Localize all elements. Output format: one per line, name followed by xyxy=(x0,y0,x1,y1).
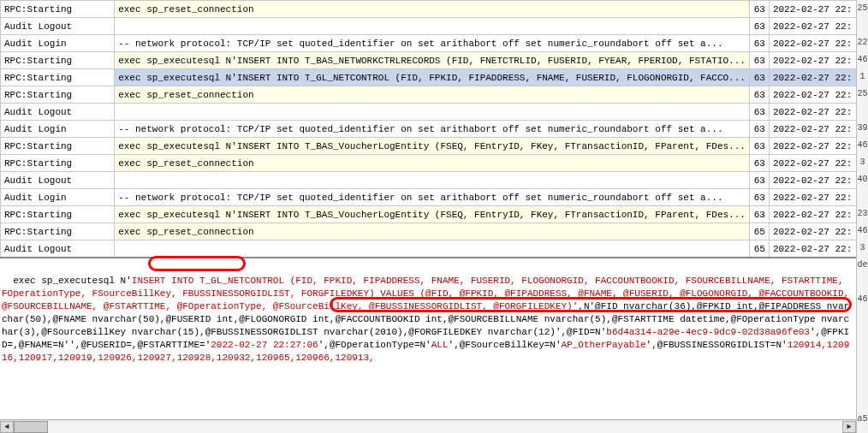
cell-time: 2022-02-27 22: xyxy=(769,18,859,35)
cell-event: Audit Login xyxy=(1,189,115,206)
cell-text: exec sp_executesql N'INSERT INTO T_BAS_N… xyxy=(115,52,750,69)
cell-time: 2022-02-27 22: xyxy=(769,104,859,121)
gutter-fragment: 25 xyxy=(857,0,868,17)
cell-cpu: 63 xyxy=(749,18,769,35)
cell-text: -- network protocol: TCP/IP set quoted_i… xyxy=(115,189,750,206)
table-row[interactable]: RPC:Startingexec sp_executesql N'INSERT … xyxy=(1,138,868,155)
detail-text: exec sp_executesql N' xyxy=(13,276,132,286)
cell-text: exec sp_executesql N'INSERT INTO T_BAS_V… xyxy=(115,138,750,155)
gutter-fragment: 39 xyxy=(857,120,868,137)
cell-event: RPC:Starting xyxy=(1,138,115,155)
cell-cpu: 65 xyxy=(749,223,769,240)
cell-event: RPC:Starting xyxy=(1,1,115,18)
cell-text: exec sp_reset_connection xyxy=(115,155,750,172)
cell-text xyxy=(115,18,750,35)
cell-time: 2022-02-27 22: xyxy=(769,138,859,155)
cell-event: Audit Logout xyxy=(1,172,115,189)
table-row[interactable]: RPC:Startingexec sp_reset_connection6320… xyxy=(1,86,868,104)
gutter-fragment xyxy=(857,188,868,205)
gutter-fragment xyxy=(857,377,868,394)
gutter-fragment xyxy=(857,325,868,342)
gutter-fragment: 46 xyxy=(857,137,868,154)
gutter-fragment: 40 xyxy=(857,171,868,188)
table-row[interactable]: Audit Logout632022-02-27 22: xyxy=(1,18,868,35)
detail-text: ',@FBUSSINESSORGIDLIST=N' xyxy=(646,340,788,350)
cell-time: 2022-02-27 22: xyxy=(769,52,859,69)
cell-cpu: 63 xyxy=(749,69,769,86)
gutter-fragment: 46 xyxy=(857,291,868,308)
detail-text: ',@FUSERID= xyxy=(69,340,132,350)
sql-detail-pane[interactable]: exec sp_executesql N'INSERT INTO T_GL_NE… xyxy=(0,257,856,407)
detail-text: b6d4a314-a29e-4ec9-9dc9-02d38a96fe03 xyxy=(606,327,810,337)
cell-text: -- network protocol: TCP/IP set quoted_i… xyxy=(115,121,750,138)
cell-event: Audit Login xyxy=(1,35,115,52)
cell-time: 2022-02-27 22: xyxy=(769,121,859,138)
table-row[interactable]: Audit Logout632022-02-27 22: xyxy=(1,172,868,189)
cell-event: RPC:Starting xyxy=(1,52,115,69)
cell-time: 2022-02-27 22: xyxy=(769,206,859,223)
table-row[interactable]: Audit Login-- network protocol: TCP/IP s… xyxy=(1,121,868,138)
detail-text: 2022-02-27 22:27:06 xyxy=(211,340,318,350)
gutter-fragment xyxy=(857,17,868,34)
cell-text xyxy=(115,172,750,189)
table-row[interactable]: Audit Login-- network protocol: TCP/IP s… xyxy=(1,35,868,52)
table-row[interactable]: RPC:Startingexec sp_executesql N'INSERT … xyxy=(1,206,868,223)
cell-text: exec sp_reset_connection xyxy=(115,1,750,18)
scroll-track[interactable] xyxy=(14,421,842,433)
gutter-fragment xyxy=(857,428,868,433)
detail-text: ,@FSTARTTIME=' xyxy=(132,340,211,350)
cell-cpu: 63 xyxy=(749,155,769,172)
cell-event: RPC:Starting xyxy=(1,69,115,86)
gutter-fragment: 1 xyxy=(857,68,868,86)
cell-time: 2022-02-27 22: xyxy=(769,86,859,104)
cell-cpu: 63 xyxy=(749,121,769,138)
gutter-fragment: 3 xyxy=(857,240,868,257)
trace-table[interactable]: RPC:Startingexec sp_reset_connection6320… xyxy=(0,0,868,258)
detail-text: ',@FSourceBillKey=N' xyxy=(449,340,562,350)
table-row[interactable]: Audit Logout652022-02-27 22: xyxy=(1,240,868,258)
cell-event: Audit Logout xyxy=(1,240,115,258)
detail-text: AP_OtherPayable xyxy=(562,340,646,350)
detail-text: ',@FOperationType=N' xyxy=(318,340,431,350)
table-row[interactable]: RPC:Startingexec sp_reset_connection6320… xyxy=(1,155,868,172)
cell-event: Audit Logout xyxy=(1,104,115,121)
cell-event: Audit Login xyxy=(1,121,115,138)
gutter-fragment: 3 xyxy=(857,154,868,171)
right-edge-gutter: 252246125394634023463de46a540 xyxy=(856,0,868,433)
table-row[interactable]: RPC:Startingexec sp_reset_connection6320… xyxy=(1,1,868,18)
cell-event: RPC:Starting xyxy=(1,155,115,172)
gutter-fragment xyxy=(857,394,868,411)
gutter-fragment xyxy=(857,359,868,377)
detail-text: ALL xyxy=(431,340,449,350)
cell-cpu: 63 xyxy=(749,35,769,52)
cell-cpu: 63 xyxy=(749,189,769,206)
scroll-left-button[interactable]: ◄ xyxy=(0,421,14,433)
cell-text: exec sp_reset_connection xyxy=(115,223,750,240)
gutter-fragment xyxy=(857,342,868,359)
cell-cpu: 63 xyxy=(749,138,769,155)
cell-cpu: 63 xyxy=(749,86,769,104)
scroll-right-button[interactable]: ► xyxy=(842,421,856,433)
gutter-fragment: 46 xyxy=(857,51,868,68)
table-row[interactable]: RPC:Startingexec sp_reset_connection6520… xyxy=(1,223,868,240)
detail-text: ,@FNAME=N' xyxy=(13,340,69,350)
table-row[interactable]: Audit Login-- network protocol: TCP/IP s… xyxy=(1,189,868,206)
cell-cpu: 65 xyxy=(749,240,769,258)
cell-text: exec sp_executesql N'INSERT INTO T_BAS_V… xyxy=(115,206,750,223)
horizontal-scrollbar[interactable]: ◄ ► xyxy=(0,419,856,433)
gutter-fragment: a5 xyxy=(857,411,868,428)
cell-text xyxy=(115,104,750,121)
table-row[interactable]: RPC:Startingexec sp_executesql N'INSERT … xyxy=(1,69,868,86)
scroll-thumb[interactable] xyxy=(14,421,48,433)
table-row[interactable]: Audit Logout632022-02-27 22: xyxy=(1,104,868,121)
gutter-fragment: 23 xyxy=(857,205,868,222)
gutter-fragment: de xyxy=(857,257,868,274)
cell-event: RPC:Starting xyxy=(1,206,115,223)
cell-time: 2022-02-27 22: xyxy=(769,69,859,86)
table-row[interactable]: RPC:Startingexec sp_executesql N'INSERT … xyxy=(1,52,868,69)
cell-text xyxy=(115,240,750,258)
cell-text: exec sp_executesql N'INSERT INTO T_GL_NE… xyxy=(115,69,750,86)
cell-cpu: 63 xyxy=(749,104,769,121)
cell-time: 2022-02-27 22: xyxy=(769,240,859,258)
cell-time: 2022-02-27 22: xyxy=(769,1,859,18)
